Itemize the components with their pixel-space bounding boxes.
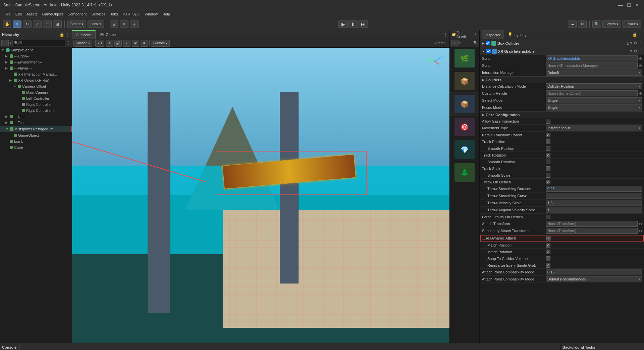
menu-gameobject[interactable]: GameObject xyxy=(40,11,65,17)
interaction-manager-value[interactable]: None (XR Interaction Manager) xyxy=(546,62,638,69)
xr-grab-help-icon[interactable]: ? xyxy=(630,49,632,53)
track-rotation-check[interactable]: ✓ xyxy=(546,153,550,158)
reinitialize-check[interactable]: ✓ xyxy=(546,263,550,268)
list-item[interactable]: ▶ ---Test--- xyxy=(0,120,72,126)
rotate-tool[interactable]: ↻ xyxy=(23,20,32,28)
throw-smooth-dur-input[interactable] xyxy=(546,186,642,192)
gizmo-tool[interactable]: ⟐ xyxy=(130,20,139,28)
hierarchy-more2-icon[interactable]: ⋮ xyxy=(66,41,70,45)
track-scale-check[interactable]: ✓ xyxy=(546,166,550,171)
menu-file[interactable]: File xyxy=(3,11,13,17)
list-item[interactable]: ▶ ---UI--- xyxy=(0,114,72,120)
select-mode-dropdown[interactable]: Single▾ xyxy=(546,97,642,103)
list-item[interactable]: Right Controller xyxy=(0,101,72,107)
inspector-lock-icon[interactable]: 🔒 xyxy=(632,32,637,37)
list-item[interactable]: 📦 xyxy=(450,93,479,116)
match-rotation-check[interactable]: ✓ xyxy=(546,250,550,254)
custom-reticle-value[interactable]: None (Game Object) xyxy=(546,90,638,96)
list-item[interactable]: ▶ XR Origin (XR Rig) xyxy=(0,77,72,83)
smooth-scale-check[interactable] xyxy=(546,173,550,178)
list-item[interactable]: ▼ Camera Offset xyxy=(0,83,72,89)
hierarchy-add-btn[interactable]: + xyxy=(1,40,9,46)
allow-gaze-check[interactable] xyxy=(546,119,550,124)
bg-tasks-more-icon[interactable]: ⋮ xyxy=(638,345,642,349)
list-item[interactable]: ▶ ---Light--- xyxy=(0,53,72,59)
hierarchy-dropdown-icon[interactable]: ▾ xyxy=(10,41,11,45)
all-transform-tool[interactable]: ⊞ xyxy=(53,20,62,28)
scale-tool[interactable]: ⤢ xyxy=(33,20,42,28)
menu-jobs[interactable]: Jobs xyxy=(108,11,120,17)
lighting-toggle[interactable]: ☀ xyxy=(106,40,113,47)
attach-transform-target-icon[interactable]: ⊙ xyxy=(639,222,642,226)
assets-more-icon[interactable]: ⋮ xyxy=(474,33,477,36)
scene-more-icon[interactable]: ⋮ xyxy=(441,32,449,37)
list-item[interactable]: 🎯 xyxy=(450,116,479,138)
xr-grab-enable-check[interactable] xyxy=(486,49,491,53)
box-collider-settings-icon[interactable]: ⚙ xyxy=(634,41,637,45)
2d-toggle[interactable]: 2D xyxy=(95,40,104,47)
list-item[interactable]: ▶ ---Environment--- xyxy=(0,59,72,65)
throw-on-detach-check[interactable]: ✓ xyxy=(546,180,550,184)
box-collider-header[interactable]: ▶ Box Collider 1 ? ⚙ ⋮ xyxy=(480,39,644,47)
list-item[interactable]: ▼ Mistsplitter Reforged_m... xyxy=(0,126,72,132)
shading-dropdown[interactable]: Shaded ▾ xyxy=(73,40,92,47)
layout-btn[interactable]: Layout ▾ xyxy=(623,20,641,28)
maximize-btn[interactable]: ☐ xyxy=(627,2,631,8)
inspector-tab[interactable]: Inspector xyxy=(482,30,504,39)
list-item[interactable]: 🌿 xyxy=(450,47,479,70)
smooth-rotation-check[interactable] xyxy=(546,160,550,164)
secondary-attach-value[interactable]: None (Transform) xyxy=(546,228,638,234)
center-toggle[interactable]: Center ▾ xyxy=(67,20,86,28)
hierarchy-more-icon[interactable]: ⋮ xyxy=(66,32,70,37)
scene-extras-dropdown[interactable]: Gizmos ▾ xyxy=(151,40,170,47)
inspector-more-icon[interactable]: ⋮ xyxy=(638,32,642,37)
hierarchy-search-input[interactable] xyxy=(18,41,64,45)
hand-tool[interactable]: ✋ xyxy=(3,20,11,28)
script-target-icon[interactable]: ⊙ xyxy=(639,56,642,61)
list-item[interactable]: XR Interaction Manag... xyxy=(0,71,72,77)
list-item[interactable]: ▼ SampleScene xyxy=(0,47,72,53)
script-field[interactable]: XRGrabInteractable xyxy=(546,55,638,61)
force-gravity-check[interactable] xyxy=(546,215,550,219)
menu-edit[interactable]: Edit xyxy=(13,11,24,17)
close-btn[interactable]: ✕ xyxy=(635,2,639,8)
menu-window[interactable]: Window xyxy=(143,11,160,17)
list-item[interactable]: Cube xyxy=(0,144,72,150)
lighting-tab[interactable]: 💡 Lighting xyxy=(504,30,530,39)
play-button[interactable]: ▶ xyxy=(338,20,348,28)
smooth-position-check[interactable] xyxy=(546,146,550,151)
list-item[interactable]: GameObject xyxy=(0,132,72,138)
list-item[interactable]: 📦 xyxy=(450,70,479,93)
layers-btn[interactable]: Layers ▾ xyxy=(602,20,621,28)
local-toggle[interactable]: Local ▾ xyxy=(88,20,104,28)
hierarchy-lock-icon[interactable]: 🔒 xyxy=(59,32,64,37)
collab-btn[interactable]: ⚙ xyxy=(578,20,587,28)
search-btn[interactable]: 🔍 xyxy=(592,20,601,28)
movement-type-dropdown[interactable]: Instantaneous▾ xyxy=(546,125,642,131)
pause-button[interactable]: ⏸ xyxy=(348,20,358,28)
grid-overlay[interactable]: # xyxy=(141,40,148,47)
assets-add-btn[interactable]: + xyxy=(451,40,459,46)
assets-search-icon[interactable]: 🔍 xyxy=(473,41,478,45)
gaze-config-header[interactable]: ▶ Gaze Configuration xyxy=(480,111,644,118)
attach-compat-dropdown[interactable]: Default (Recommended)▾ xyxy=(546,276,642,282)
list-item[interactable]: Main Camera xyxy=(0,89,72,95)
throw-angular-vel-input[interactable] xyxy=(546,207,642,213)
track-position-check[interactable]: ✓ xyxy=(546,139,550,144)
attach-ease-in-input[interactable] xyxy=(546,269,642,275)
move-tool[interactable]: ✥ xyxy=(13,20,21,28)
snap-tool[interactable]: ⌗ xyxy=(120,20,128,28)
box-collider-more-icon[interactable]: ⋮ xyxy=(638,41,642,45)
audio-toggle[interactable]: 🔊 xyxy=(114,40,122,47)
throw-velocity-input[interactable] xyxy=(546,200,642,206)
scene-vis-toggle[interactable]: 👁 xyxy=(132,40,139,47)
list-item[interactable]: Right Controller i... xyxy=(0,107,72,114)
menu-component[interactable]: Component xyxy=(65,11,89,17)
xr-grab-more-icon[interactable]: ⋮ xyxy=(638,49,642,53)
secondary-attach-target-icon[interactable]: ⊙ xyxy=(639,229,642,233)
menu-help[interactable]: Help xyxy=(160,11,172,17)
list-item[interactable]: 🌲 xyxy=(450,161,479,184)
box-collider-enable-check[interactable] xyxy=(486,41,490,45)
interaction-manager-target-icon[interactable]: ⊙ xyxy=(639,63,642,68)
list-item[interactable]: bomb xyxy=(0,138,72,144)
